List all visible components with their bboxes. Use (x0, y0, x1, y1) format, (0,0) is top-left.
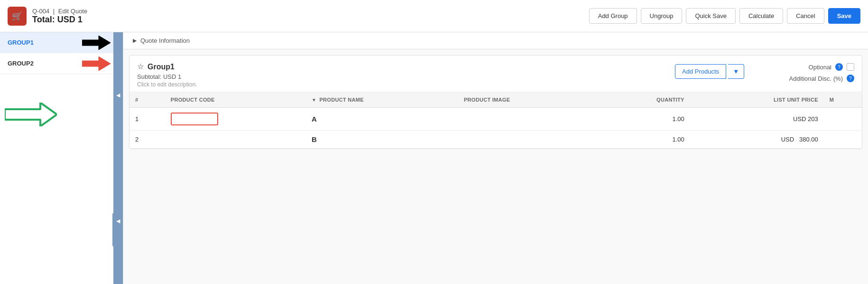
add-group-button[interactable]: Add Group (589, 8, 637, 24)
col-m: M (824, 92, 862, 108)
col-quantity: QUANTITY (596, 92, 690, 108)
red-arrow-decoration (82, 57, 111, 71)
optional-row: Optional ? (809, 63, 854, 71)
quote-info-bar[interactable]: ▶ Quote Information (123, 32, 868, 49)
ungroup-button[interactable]: Ungroup (641, 8, 683, 24)
quick-save-button[interactable]: Quick Save (686, 8, 735, 24)
svg-marker-0 (82, 36, 111, 50)
main-layout: GROUP1 GROUP2 Groups ◀ ◀ (0, 32, 868, 284)
row1-m (824, 108, 862, 131)
row1-product-code-input[interactable] (171, 113, 218, 125)
group1-section: ☆ Group1 Subtotal: USD 1 Click to edit d… (129, 55, 862, 149)
sidebar-collapse-top[interactable]: ◀ (113, 32, 123, 158)
row2-num: 2 (129, 131, 165, 149)
svg-marker-1 (82, 57, 111, 71)
row1-product-code (165, 108, 306, 131)
row1-num: 1 (129, 108, 165, 131)
black-arrow-decoration (82, 36, 111, 50)
group1-star-icon[interactable]: ☆ (137, 62, 144, 71)
group1-title: ☆ Group1 (137, 62, 669, 71)
row2-product-image (458, 131, 596, 149)
save-button[interactable]: Save (828, 8, 860, 24)
add-products-dropdown-button[interactable]: ▼ (728, 64, 744, 79)
quote-info-chevron: ▶ (133, 38, 137, 44)
header-left: 🛒 Q-004 | Edit Quote Total: USD 1 (8, 7, 87, 26)
row1-product-image (458, 108, 596, 131)
calculate-button[interactable]: Calculate (739, 8, 783, 24)
row1-product-name: A (306, 108, 458, 131)
col-product-image: PRODUCT IMAGE (458, 92, 596, 108)
quote-info-label: Quote Information (140, 37, 190, 44)
col-product-name: ▼ PRODUCT NAME (306, 92, 458, 108)
additional-disc-label: Additional Disc. (%) (789, 75, 843, 82)
col-list-unit-price: LIST UNIT PRICE (690, 92, 824, 108)
svg-marker-2 (5, 103, 57, 126)
row1-quantity: 1.00 (596, 108, 690, 131)
row2-m (824, 131, 862, 149)
optional-help-icon[interactable]: ? (835, 63, 843, 71)
header: 🛒 Q-004 | Edit Quote Total: USD 1 Add Gr… (0, 0, 868, 32)
cart-icon: 🛒 (8, 7, 27, 26)
group1-description[interactable]: Click to edit description. (137, 81, 669, 88)
group1-right-options: Optional ? Additional Disc. (%) ? (750, 63, 854, 82)
header-quote-id: Q-004 | Edit Quote (32, 8, 87, 15)
sidebar-collapse-bottom[interactable]: ◀ (113, 158, 123, 284)
header-title-block: Q-004 | Edit Quote Total: USD 1 (32, 8, 87, 25)
table-row: 1 A 1.00 USD 203 (129, 108, 862, 131)
product-table: # PRODUCT CODE ▼ PRODUCT NAME PRODUCT IM… (129, 92, 862, 149)
optional-label: Optional (809, 64, 831, 71)
additional-disc-row: Additional Disc. (%) ? (789, 75, 854, 82)
group1-header: ☆ Group1 Subtotal: USD 1 Click to edit d… (129, 56, 862, 92)
header-total: Total: USD 1 (32, 15, 87, 25)
optional-checkbox[interactable] (847, 63, 854, 71)
row2-quantity: 1.00 (596, 131, 690, 149)
row2-product-name: B (306, 131, 458, 149)
green-arrow-decoration (5, 103, 57, 126)
main-content: ▶ Quote Information ☆ Group1 Subtotal: U… (123, 32, 868, 284)
group1-subtotal: Subtotal: USD 1 (137, 73, 669, 80)
sidebar-item-group2[interactable]: GROUP2 (0, 53, 123, 74)
add-products-button[interactable]: Add Products (675, 64, 726, 79)
group1-info: ☆ Group1 Subtotal: USD 1 Click to edit d… (137, 62, 669, 88)
table-row: 2 B 1.00 USD 380.00 (129, 131, 862, 149)
col-num: # (129, 92, 165, 108)
cancel-button[interactable]: Cancel (787, 8, 824, 24)
row2-list-unit-price: USD 380.00 (690, 131, 824, 149)
group1-actions: Add Products ▼ (675, 64, 744, 79)
sidebar-item-group1[interactable]: GROUP1 (0, 32, 123, 53)
sidebar: GROUP1 GROUP2 Groups ◀ ◀ (0, 32, 123, 284)
row2-product-code (165, 131, 306, 149)
col-product-code: PRODUCT CODE (165, 92, 306, 108)
row1-list-unit-price: USD 203 (690, 108, 824, 131)
table-header-row: # PRODUCT CODE ▼ PRODUCT NAME PRODUCT IM… (129, 92, 862, 108)
additional-disc-help-icon[interactable]: ? (847, 75, 854, 82)
header-actions: Add Group Ungroup Quick Save Calculate C… (589, 8, 860, 24)
